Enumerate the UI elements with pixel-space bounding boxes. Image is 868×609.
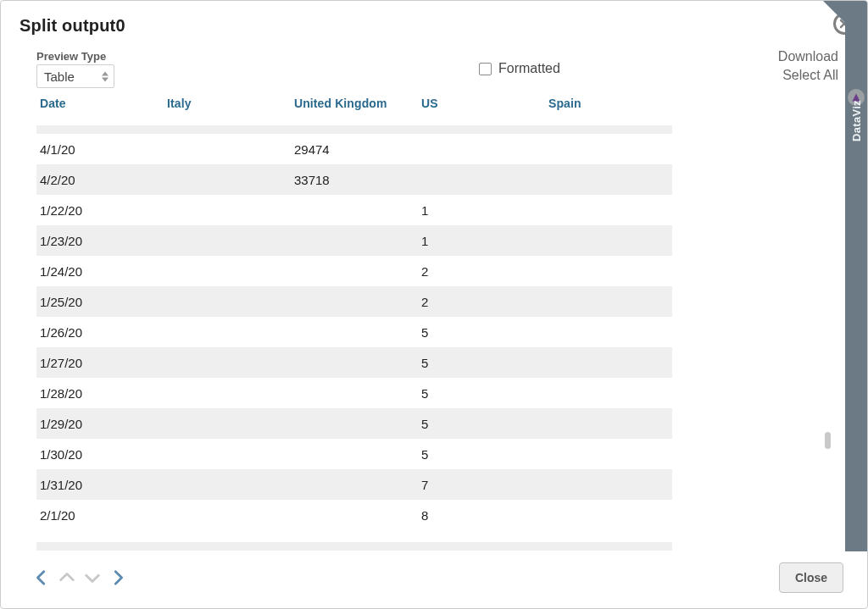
cell-us: 5 [421,386,548,401]
cell-us: 8 [421,508,548,523]
cell-date: 4/2/20 [40,173,167,187]
dataviz-label: DataViz [850,100,863,141]
partial-next-row [36,542,672,551]
cell-us: 1 [421,203,548,218]
cell-us: 2 [421,264,548,279]
cell-date: 4/1/20 [40,142,167,157]
cell-us: 5 [421,447,548,462]
table-row[interactable]: 2/1/208 [36,500,672,530]
col-header-uk[interactable]: United Kingdom [294,97,421,110]
select-spinner-icon [102,71,108,82]
vertical-scrollbar[interactable] [823,139,833,551]
preview-type-select[interactable]: Table [36,64,114,88]
dataviz-side-tab[interactable]: DataViz [845,1,867,551]
cell-us: 5 [421,417,548,431]
table-row[interactable]: 4/1/2029474 [36,134,672,164]
cell-date: 1/31/20 [40,478,167,492]
table-row[interactable]: 1/30/205 [36,439,672,469]
close-button[interactable]: Close [779,562,843,593]
table-row[interactable]: 1/22/201 [36,195,672,225]
cell-date: 1/27/20 [40,356,167,370]
cell-date: 1/23/20 [40,234,167,248]
cell-date: 1/24/20 [40,264,167,279]
dialog-footer: Close [19,551,843,593]
data-table: Date Italy United Kingdom US Spain 4/1/2… [36,88,672,551]
cell-date: 1/25/20 [40,295,167,309]
controls-row: Preview Type Table Formatted Download Se… [19,49,843,88]
table-header-row: Date Italy United Kingdom US Spain [36,88,672,119]
table-row[interactable]: 1/25/202 [36,286,672,317]
next-page-button[interactable] [81,566,104,590]
cell-date: 1/22/20 [40,203,167,218]
formatted-checkbox[interactable] [479,63,492,75]
col-header-spain[interactable]: Spain [548,97,672,110]
svg-marker-2 [102,71,108,75]
formatted-label: Formatted [498,61,560,76]
table-row[interactable]: 1/29/205 [36,408,672,439]
cell-us: 7 [421,478,548,492]
cell-uk: 29474 [294,142,421,157]
last-page-button[interactable] [106,566,130,590]
cell-date: 1/29/20 [40,417,167,431]
scroll-thumb[interactable] [825,432,831,449]
dialog-title: Split output0 [19,16,843,36]
partial-prev-row [36,125,672,134]
download-link[interactable]: Download [778,49,838,64]
formatted-block: Formatted [479,61,560,76]
table-row[interactable]: 4/2/2033718 [36,164,672,195]
table-row[interactable]: 1/24/202 [36,256,672,286]
cell-date: 1/28/20 [40,386,167,401]
cell-date: 1/26/20 [40,325,167,340]
col-header-us[interactable]: US [421,97,548,110]
cell-us: 5 [421,325,548,340]
col-header-date[interactable]: Date [40,97,167,110]
right-links: Download Select All [778,49,838,83]
col-header-italy[interactable]: Italy [167,97,294,110]
cell-us: 5 [421,356,548,370]
table-row[interactable]: 1/31/207 [36,469,672,500]
svg-marker-3 [102,77,108,81]
table-row[interactable]: 1/23/201 [36,225,672,256]
prev-page-button[interactable] [55,566,79,590]
cell-us: 1 [421,234,548,248]
first-page-button[interactable] [30,566,53,590]
cell-date: 1/30/20 [40,447,167,462]
table-wrap: Date Italy United Kingdom US Spain 4/1/2… [19,88,843,551]
table-row[interactable]: 1/27/205 [36,347,672,378]
cell-date: 2/1/20 [40,508,167,523]
preview-type-value: Table [44,69,75,84]
preview-type-block: Preview Type Table [36,50,114,88]
preview-type-label: Preview Type [36,50,114,63]
cell-us: 2 [421,295,548,309]
pagination-arrows [30,566,130,590]
modal-dialog: Split output0 Preview Type Table Formatt… [1,1,867,608]
cell-uk: 33718 [294,173,421,187]
select-all-link[interactable]: Select All [782,68,838,83]
table-row[interactable]: 1/26/205 [36,317,672,347]
table-row[interactable]: 1/28/205 [36,378,672,408]
